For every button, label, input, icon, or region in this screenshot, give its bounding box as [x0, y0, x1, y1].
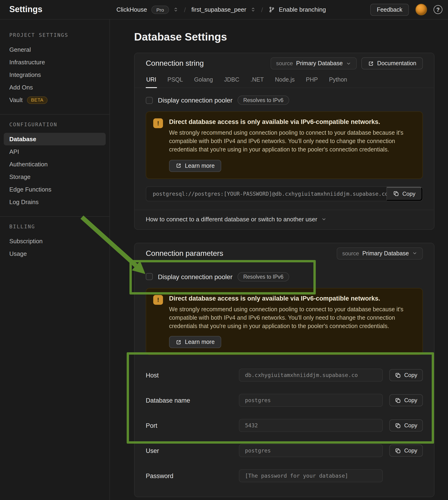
tab-nodejs[interactable]: Node.js [274, 74, 295, 88]
section-heading: BILLING [0, 224, 110, 230]
display-connection-pooler-checkbox[interactable] [146, 273, 153, 280]
sidebar-item-usage[interactable]: Usage [0, 248, 110, 260]
org-name[interactable]: ClickHouse [116, 6, 147, 13]
ipv6-notice: ! Direct database access is only availab… [146, 288, 423, 355]
connection-string-header: Connection string source Primary Databas… [135, 53, 434, 74]
database-name-field[interactable]: postgres [239, 394, 383, 407]
sidebar-item-api[interactable]: API [0, 145, 110, 158]
git-branch-icon [269, 6, 274, 13]
connection-string-card: Connection string source Primary Databas… [134, 53, 434, 230]
param-row-user: User postgres Copy [146, 438, 423, 463]
help-icon[interactable]: ? [433, 5, 442, 14]
param-row-database-name: Database name postgres Copy [146, 388, 423, 413]
sidebar-item-database[interactable]: Database [4, 133, 106, 145]
section-heading: PROJECT SETTINGS [0, 32, 110, 38]
password-field[interactable]: [The password for your database] [239, 469, 383, 482]
sidebar-item-edge-functions[interactable]: Edge Functions [0, 183, 110, 196]
copy-icon [395, 448, 401, 454]
tab-jdbc[interactable]: JDBC [224, 74, 240, 88]
connection-parameters-list: Host db.cxhygiuitamxhniiddjm.supabase.co… [135, 355, 434, 497]
tab-psql[interactable]: PSQL [167, 74, 183, 88]
source-database-select[interactable]: source Primary Database [271, 57, 357, 69]
app-title: Settings [0, 5, 110, 15]
copy-icon [395, 397, 401, 403]
sidebar-item-infrastructure[interactable]: Infrastructure [0, 56, 110, 68]
connection-uri-value: postgresql://postgres:[YOUR-PASSWORD]@db… [146, 187, 422, 200]
top-bar-actions: Feedback ? [370, 3, 448, 16]
connection-uri-field: postgresql://postgres:[YOUR-PASSWORD]@db… [146, 186, 423, 201]
pooler-label: Display connection pooler [158, 97, 233, 104]
documentation-button[interactable]: Documentation [361, 57, 423, 69]
external-link-icon [368, 60, 374, 67]
copy-icon [395, 372, 401, 378]
sidebar-item-integrations[interactable]: Integrations [0, 68, 110, 81]
copy-button[interactable]: Copy [389, 445, 423, 457]
settings-sidebar: PROJECT SETTINGS General Infrastructure … [0, 19, 110, 500]
connection-parameters-card: Connection parameters source Primary Dat… [134, 243, 434, 497]
copy-button[interactable]: Copy [389, 394, 423, 406]
page-title: Database Settings [134, 31, 448, 43]
plan-badge: Pro [151, 5, 169, 14]
learn-more-button[interactable]: Learn more [169, 160, 221, 172]
sidebar-section-billing: BILLING Subscription Usage [0, 216, 110, 268]
settings-page: Settings ClickHouse Pro / first_supabase… [0, 0, 448, 500]
avatar[interactable] [416, 4, 427, 15]
source-database-select[interactable]: source Primary Database [337, 247, 423, 259]
switch-database-link[interactable]: How to connect to a different database o… [135, 209, 434, 229]
card-title: Connection parameters [146, 249, 223, 257]
breadcrumb-separator: / [260, 6, 265, 13]
enable-branching-button[interactable]: Enable branching [279, 6, 326, 13]
tab-python[interactable]: Python [329, 74, 348, 88]
display-connection-pooler-checkbox[interactable] [146, 97, 153, 104]
project-switcher-icon[interactable] [251, 7, 256, 12]
learn-more-button[interactable]: Learn more [169, 336, 221, 348]
ipv6-notice: ! Direct database access is only availab… [146, 111, 423, 179]
host-field[interactable]: db.cxhygiuitamxhniiddjm.supabase.co [239, 368, 383, 382]
sidebar-item-add-ons[interactable]: Add Ons [0, 81, 110, 94]
beta-badge: BETA [27, 96, 48, 104]
sidebar-section-project-settings: PROJECT SETTINGS General Infrastructure … [0, 25, 110, 114]
org-switcher-icon[interactable] [173, 7, 178, 12]
alert-icon: ! [153, 118, 163, 128]
tab-dotnet[interactable]: .NET [250, 74, 264, 88]
chevron-down-icon [346, 61, 351, 66]
tab-golang[interactable]: Golang [194, 74, 213, 88]
param-row-password: Password [The password for your database… [146, 463, 423, 488]
sidebar-item-general[interactable]: General [0, 43, 110, 56]
param-row-port: Port 5432 Copy [146, 413, 423, 438]
sidebar-item-log-drains[interactable]: Log Drains [0, 196, 110, 208]
copy-button[interactable]: Copy [389, 419, 423, 432]
chevron-down-icon [321, 217, 327, 222]
top-bar: Settings ClickHouse Pro / first_supabase… [0, 0, 448, 19]
ipv6-badge: Resolves to IPv6 [238, 96, 289, 105]
connection-parameters-header: Connection parameters source Primary Dat… [135, 243, 434, 264]
copy-icon [395, 422, 401, 429]
sidebar-item-vault[interactable]: Vault BETA [0, 94, 110, 106]
connection-string-tabs: URI PSQL Golang JDBC .NET Node.js PHP Py… [135, 74, 434, 88]
breadcrumb-separator: / [183, 6, 187, 13]
sidebar-item-authentication[interactable]: Authentication [0, 158, 110, 170]
copy-button[interactable]: Copy [389, 369, 423, 381]
port-field[interactable]: 5432 [239, 419, 383, 432]
chevron-down-icon [412, 251, 417, 256]
tab-php[interactable]: PHP [305, 74, 318, 88]
notice-body: We strongly recommend using connection p… [169, 305, 416, 331]
user-field[interactable]: postgres [239, 444, 383, 457]
feedback-button[interactable]: Feedback [370, 3, 409, 16]
main-content: Database Settings Connection string sour… [110, 19, 448, 500]
alert-icon: ! [153, 295, 163, 304]
sidebar-item-subscription[interactable]: Subscription [0, 235, 110, 248]
card-title: Connection string [146, 59, 204, 67]
external-link-icon [176, 163, 182, 169]
param-row-host: Host db.cxhygiuitamxhniiddjm.supabase.co… [146, 363, 423, 388]
notice-title: Direct database access is only available… [169, 118, 416, 126]
copy-button[interactable]: Copy [386, 187, 422, 200]
copy-icon [393, 191, 399, 197]
display-connection-pooler-row: Display connection pooler Resolves to IP… [135, 88, 434, 110]
external-link-icon [176, 339, 182, 345]
project-name[interactable]: first_supabase_peer [192, 6, 246, 13]
tab-uri[interactable]: URI [146, 74, 157, 88]
sidebar-item-storage[interactable]: Storage [0, 170, 110, 183]
sidebar-section-configuration: CONFIGURATION Database API Authenticatio… [0, 114, 110, 216]
section-heading: CONFIGURATION [0, 122, 110, 128]
